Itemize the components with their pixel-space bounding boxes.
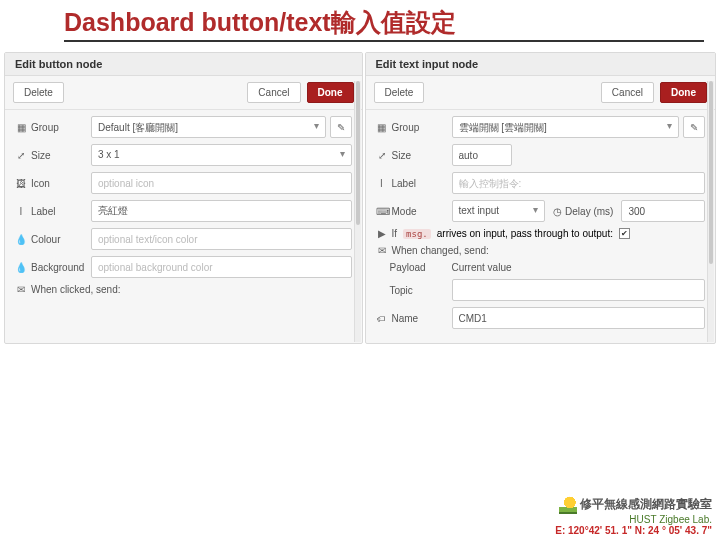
drop-icon: 💧 — [15, 234, 27, 245]
edit-group-button[interactable]: ✎ — [330, 116, 352, 138]
size-input[interactable] — [452, 144, 512, 166]
footer: 修平無線感測網路實驗室 HUST Zigbee Lab. E: 120°42' … — [555, 496, 712, 536]
clock-icon: ◷ — [553, 206, 562, 217]
background-label: Background — [31, 262, 84, 273]
size-icon: ⤢ — [15, 150, 27, 161]
when-clicked-label: When clicked, send: — [31, 284, 121, 295]
lab-coordinates: E: 120°42' 51. 1" N: 24 ° 05' 43. 7" — [555, 525, 712, 536]
toolbar-right: Delete Cancel Done — [366, 76, 716, 110]
mode-select[interactable]: text input — [452, 200, 546, 222]
name-label: Name — [392, 313, 419, 324]
group-label: Group — [392, 122, 420, 133]
arrow-icon: ▶ — [376, 228, 388, 239]
colour-input[interactable] — [91, 228, 352, 250]
name-input[interactable] — [452, 307, 706, 329]
label-input[interactable] — [452, 172, 706, 194]
size-label: Size — [31, 150, 50, 161]
toolbar-left: Delete Cancel Done — [5, 76, 362, 110]
lab-logo-icon — [559, 496, 577, 514]
colour-label: Colour — [31, 234, 60, 245]
payload-label: Payload — [390, 262, 446, 273]
size-label: Size — [392, 150, 411, 161]
keyboard-icon: ⌨ — [376, 206, 388, 217]
label-label: Label — [392, 178, 416, 189]
if-label: If — [392, 228, 398, 239]
group-label: Group — [31, 122, 59, 133]
background-input[interactable] — [91, 256, 352, 278]
pencil-icon: ✎ — [337, 122, 345, 133]
button-node-panel: Edit button node Delete Cancel Done ▦Gro… — [4, 52, 363, 344]
passthrough-checkbox[interactable]: ✔ — [619, 228, 630, 239]
tag-icon — [376, 313, 388, 324]
delay-label: Delay (ms) — [565, 206, 613, 217]
mail-icon — [376, 245, 388, 256]
cancel-button[interactable]: Cancel — [247, 82, 300, 103]
msg-pill: msg. — [403, 229, 431, 239]
lab-name: 修平無線感測網路實驗室 — [580, 497, 712, 511]
panels-container: Edit button node Delete Cancel Done ▦Gro… — [0, 52, 720, 344]
icon-label: Icon — [31, 178, 50, 189]
image-icon: 🖼 — [15, 178, 27, 189]
payload-value: Current value — [452, 262, 706, 273]
icon-input[interactable] — [91, 172, 352, 194]
delete-button[interactable]: Delete — [374, 82, 425, 103]
done-button[interactable]: Done — [660, 82, 707, 103]
grid-icon: ▦ — [15, 122, 27, 133]
panel-header-right: Edit text input node — [366, 53, 716, 76]
slide-title: Dashboard button/text輸入值設定 — [64, 6, 704, 42]
cursor-icon: I — [376, 178, 388, 189]
pencil-icon: ✎ — [690, 122, 698, 133]
mail-icon — [15, 284, 27, 295]
cancel-button[interactable]: Cancel — [601, 82, 654, 103]
size-select[interactable]: 3 x 1 — [91, 144, 352, 166]
lab-subtitle: HUST Zigbee Lab. — [555, 514, 712, 525]
mode-label: Mode — [392, 206, 417, 217]
done-button[interactable]: Done — [307, 82, 354, 103]
text-input-node-panel: Edit text input node Delete Cancel Done … — [365, 52, 717, 344]
size-icon: ⤢ — [376, 150, 388, 161]
group-select[interactable]: Default [客廳開關] — [91, 116, 326, 138]
delay-input[interactable] — [621, 200, 705, 222]
edit-group-button[interactable]: ✎ — [683, 116, 705, 138]
cursor-icon: I — [15, 206, 27, 217]
topic-input[interactable] — [452, 279, 706, 301]
panel-header-left: Edit button node — [5, 53, 362, 76]
delete-button[interactable]: Delete — [13, 82, 64, 103]
when-changed-label: When changed, send: — [392, 245, 489, 256]
label-input[interactable] — [91, 200, 352, 222]
group-select[interactable]: 雲端開關 [雲端開關] — [452, 116, 680, 138]
topic-label: Topic — [390, 285, 446, 296]
label-label: Label — [31, 206, 55, 217]
scrollbar-right[interactable] — [707, 81, 714, 342]
grid-icon: ▦ — [376, 122, 388, 133]
drop-icon: 💧 — [15, 262, 27, 273]
passthrough-text: arrives on input, pass through to output… — [437, 228, 613, 239]
scrollbar-left[interactable] — [354, 81, 361, 342]
